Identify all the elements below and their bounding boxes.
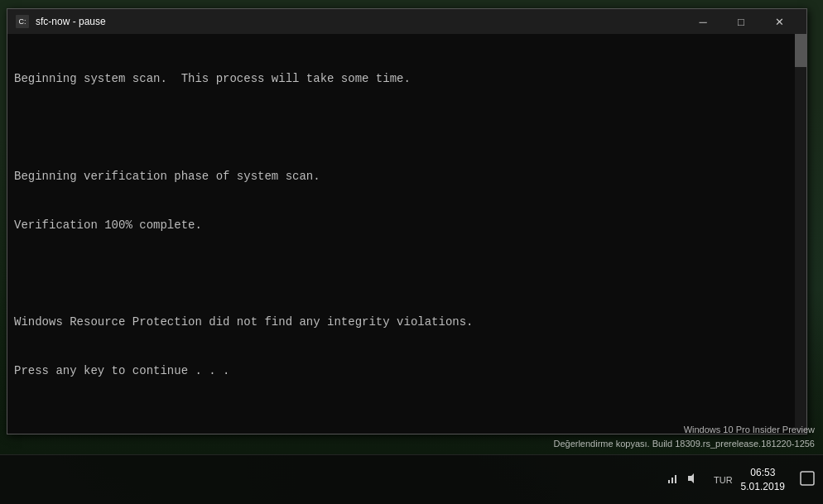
maximize-button[interactable]: □ [722, 9, 760, 34]
terminal-line-1: Beginning system scan. This process will… [14, 71, 788, 88]
terminal-line-2 [14, 120, 788, 137]
network-icon [666, 472, 679, 487]
cmd-app-icon: C: [16, 15, 29, 28]
taskbar: TUR 06:53 5.01.2019 [0, 454, 823, 504]
taskbar-right: TUR 06:53 5.01.2019 [666, 466, 815, 494]
minimize-button[interactable]: ─ [684, 9, 722, 34]
scrollbar-thumb[interactable] [795, 34, 806, 67]
terminal-line-5 [14, 266, 788, 282]
cmd-controls: ─ □ ✕ [684, 9, 798, 34]
cmd-title-text: sfc-now - pause [36, 16, 106, 27]
terminal-line-7: Press any key to continue . . . [14, 363, 788, 380]
system-tray: TUR [714, 475, 733, 485]
cmd-title-left: C: sfc-now - pause [16, 15, 106, 28]
cmd-window: C: sfc-now - pause ─ □ ✕ Beginning syste… [7, 8, 807, 434]
clock-date: 5.01.2019 [741, 480, 785, 494]
windows-watermark: Windows 10 Pro Insider Preview Değerlend… [553, 423, 815, 450]
terminal-line-3: Beginning verification phase of system s… [14, 169, 788, 185]
terminal-line-6: Windows Resource Protection did not find… [14, 314, 788, 331]
svg-rect-4 [801, 472, 814, 485]
clock-area[interactable]: 06:53 5.01.2019 [741, 466, 785, 494]
watermark-line2: Değerlendirme kopyası. Build 18309.rs_pr… [553, 437, 815, 451]
svg-rect-2 [675, 475, 676, 483]
svg-rect-0 [668, 480, 670, 483]
close-button[interactable]: ✕ [760, 9, 798, 34]
volume-icon [686, 472, 699, 487]
svg-rect-1 [671, 478, 673, 483]
svg-marker-3 [688, 473, 694, 483]
tray-language: TUR [714, 475, 733, 485]
cmd-titlebar: C: sfc-now - pause ─ □ ✕ [7, 9, 806, 34]
cmd-body: Beginning system scan. This process will… [7, 34, 806, 434]
desktop: C: sfc-now - pause ─ □ ✕ Beginning syste… [0, 0, 823, 504]
tray-icons [666, 472, 699, 487]
clock-time: 06:53 [741, 466, 785, 480]
terminal-line-4: Verification 100% complete. [14, 218, 788, 234]
notification-center-icon[interactable] [800, 471, 815, 489]
watermark-line1: Windows 10 Pro Insider Preview [553, 423, 815, 437]
scrollbar[interactable] [795, 34, 806, 434]
cmd-output: Beginning system scan. This process will… [7, 34, 806, 417]
